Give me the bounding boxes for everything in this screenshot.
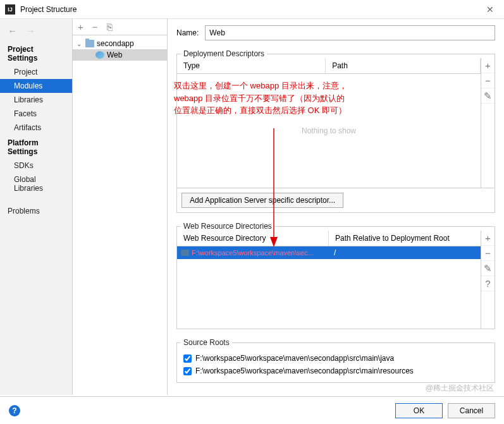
name-input[interactable] <box>205 25 495 40</box>
nav-arrows: ← → <box>0 24 72 41</box>
wrd-path: F:\workspace5\workspace\maven\sec... <box>192 249 314 257</box>
chevron-down-icon[interactable]: ⌄ <box>77 40 83 47</box>
help-button[interactable]: ? <box>481 276 495 291</box>
forward-icon[interactable]: → <box>26 25 35 36</box>
section-platform-settings: Platform Settings <box>0 135 72 159</box>
footer: ? OK Cancel <box>0 396 504 424</box>
name-row: Name: <box>176 25 495 40</box>
ok-button[interactable]: OK <box>395 403 443 418</box>
dd-empty-text: Nothing to show <box>302 126 356 135</box>
sr-legend: Source Roots <box>181 338 232 347</box>
dd-legend: Deployment Descriptors <box>181 49 267 58</box>
source-root-row[interactable]: F:\workspace5\workspace\maven\secondapp\… <box>183 365 488 377</box>
name-label: Name: <box>176 28 199 37</box>
sr-path-0: F:\workspace5\workspace\maven\secondapp\… <box>195 354 394 363</box>
source-roots: Source Roots F:\workspace5\workspace\mav… <box>176 338 495 383</box>
add-button[interactable]: + <box>481 231 495 246</box>
wrd-rel: / <box>329 248 341 257</box>
source-root-row[interactable]: F:\workspace5\workspace\maven\secondapp\… <box>183 352 488 365</box>
titlebar: IJ Project Structure ✕ <box>0 0 504 19</box>
tree-root[interactable]: ⌄ secondapp <box>73 38 167 49</box>
edit-button[interactable]: ✎ <box>481 88 495 104</box>
folder-icon <box>85 40 94 47</box>
help-icon[interactable]: ? <box>9 405 20 416</box>
wrd-row-selected[interactable]: F:\workspace5\workspace\maven\sec... / <box>177 246 481 259</box>
nav-project[interactable]: Project <box>0 65 72 79</box>
body: ← → Project Settings Project Modules Lib… <box>0 19 504 395</box>
dd-header: Type Path <box>177 58 481 74</box>
deployment-descriptors: Deployment Descriptors Type Path Nothing… <box>176 49 495 213</box>
close-icon[interactable]: ✕ <box>481 2 499 17</box>
main-panel: Name: Deployment Descriptors Type Path N… <box>168 19 504 395</box>
tree-root-label: secondapp <box>97 39 134 48</box>
wrd-legend: Web Resource Directories <box>181 222 274 231</box>
window-title: Project Structure <box>20 5 481 14</box>
sr-checkbox-1[interactable] <box>183 367 192 375</box>
wrd-side-buttons: + − ✎ ? <box>481 231 495 329</box>
web-resource-directories: Web Resource Directories Web Resource Di… <box>176 222 495 329</box>
cancel-button[interactable]: Cancel <box>448 403 495 418</box>
nav-sdks[interactable]: SDKs <box>0 159 72 173</box>
remove-button[interactable]: − <box>481 246 495 261</box>
nav-libraries[interactable]: Libraries <box>0 93 72 107</box>
dd-body[interactable]: Nothing to show <box>177 74 481 188</box>
tree-panel: + − ⎘ ⌄ secondapp Web <box>73 19 168 395</box>
back-icon[interactable]: ← <box>8 25 17 36</box>
nav-facets[interactable]: Facets <box>0 107 72 121</box>
add-descriptor-button[interactable]: Add Application Server specific descript… <box>181 193 343 208</box>
edit-button[interactable]: ✎ <box>481 261 495 276</box>
section-project-settings: Project Settings <box>0 41 72 65</box>
dd-col-path: Path <box>326 58 481 73</box>
add-icon[interactable]: + <box>78 21 83 32</box>
web-icon <box>95 51 104 59</box>
remove-icon[interactable]: − <box>92 21 98 32</box>
watermark: @稀土掘金技术社区 <box>426 383 494 394</box>
nav-artifacts[interactable]: Artifacts <box>0 121 72 135</box>
dd-side-buttons: + − ✎ <box>481 58 495 188</box>
folder-icon <box>181 250 189 256</box>
nav-modules[interactable]: Modules <box>0 79 72 93</box>
app-icon: IJ <box>5 4 15 15</box>
dd-col-type: Type <box>177 58 326 73</box>
wrd-col-rel: Path Relative to Deployment Root <box>329 231 456 246</box>
add-button[interactable]: + <box>481 58 495 73</box>
copy-icon[interactable]: ⎘ <box>107 21 113 32</box>
nav-problems[interactable]: Problems <box>0 204 72 218</box>
wrd-body[interactable] <box>177 259 481 329</box>
wrd-header: Web Resource Directory Path Relative to … <box>177 231 481 246</box>
nav-global-libraries[interactable]: Global Libraries <box>0 173 72 195</box>
tree-toolbar: + − ⎘ <box>73 19 167 35</box>
wrd-col-dir: Web Resource Directory <box>177 231 329 246</box>
tree-child-web[interactable]: Web <box>73 49 167 61</box>
sidebar: ← → Project Settings Project Modules Lib… <box>0 19 73 395</box>
sr-path-1: F:\workspace5\workspace\maven\secondapp\… <box>195 366 414 375</box>
module-tree: ⌄ secondapp Web <box>73 35 167 63</box>
remove-button[interactable]: − <box>481 73 495 88</box>
sr-checkbox-0[interactable] <box>183 354 192 363</box>
tree-child-label: Web <box>107 51 122 59</box>
